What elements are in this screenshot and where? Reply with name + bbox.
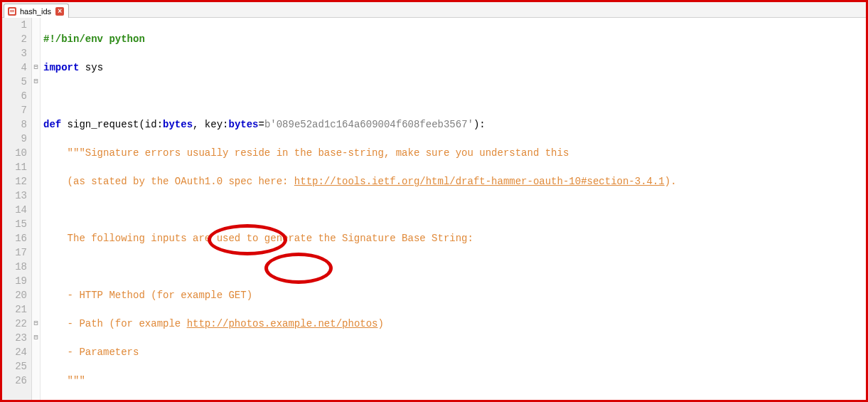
- line-number: 23: [2, 331, 27, 345]
- line-number: 9: [2, 132, 27, 146]
- code-line: [43, 89, 866, 103]
- tab-bar: hash_ids ×: [2, 2, 866, 18]
- code-line: - HTTP Method (for example GET): [43, 288, 866, 302]
- line-number-gutter: 1 2 3 4 5 6 7 8 9 10 11 12 13 14 15 16 1…: [2, 18, 32, 400]
- line-number: 20: [2, 288, 27, 302]
- code-line: - Parameters: [43, 345, 866, 359]
- code-line: - Path (for example http://photos.exampl…: [43, 317, 866, 331]
- line-number: 19: [2, 274, 27, 288]
- code-line: #!/bin/env python: [43, 32, 866, 46]
- line-number: 15: [2, 217, 27, 231]
- line-number: 18: [2, 260, 27, 274]
- code-line: """Signature errors usually reside in th…: [43, 146, 866, 160]
- code-line: [43, 203, 866, 217]
- line-number: 25: [2, 359, 27, 374]
- svg-rect-2: [10, 10, 14, 11]
- fold-toggle[interactable]: ⊟: [32, 75, 40, 89]
- line-number: 24: [2, 345, 27, 359]
- line-number: 16: [2, 231, 27, 245]
- line-number: 11: [2, 160, 27, 174]
- line-number: 6: [2, 89, 27, 103]
- code-line: def sign_request(id:bytes, key:bytes=b'0…: [43, 117, 866, 132]
- file-tab-hash-ids[interactable]: hash_ids ×: [4, 4, 69, 18]
- line-number: 17: [2, 245, 27, 260]
- line-number: 7: [2, 103, 27, 117]
- file-icon: [7, 6, 17, 16]
- line-number: 10: [2, 146, 27, 160]
- line-number: 1: [2, 18, 27, 32]
- code-line: (as stated by the OAuth1.0 spec here: ht…: [43, 174, 866, 189]
- code-line: """: [43, 374, 866, 388]
- code-editor[interactable]: 1 2 3 4 5 6 7 8 9 10 11 12 13 14 15 16 1…: [2, 18, 866, 400]
- line-number: 13: [2, 189, 27, 203]
- code-line: The following inputs are used to generat…: [43, 231, 866, 245]
- code-line: import sys: [43, 60, 866, 75]
- fold-toggle[interactable]: ⊟: [32, 331, 40, 345]
- code-content[interactable]: #!/bin/env python import sys def sign_re…: [41, 18, 866, 400]
- line-number: 3: [2, 46, 27, 60]
- line-number: 21: [2, 302, 27, 317]
- editor-window: hash_ids × 1 2 3 4 5 6 7 8 9 10 11 12 13…: [0, 0, 868, 402]
- svg-rect-3: [10, 11, 14, 12]
- code-line: [43, 260, 866, 274]
- line-number: 14: [2, 203, 27, 217]
- fold-toggle[interactable]: ⊟: [32, 60, 40, 75]
- line-number: 26: [2, 374, 27, 388]
- line-number: 8: [2, 117, 27, 132]
- line-number: 12: [2, 174, 27, 189]
- line-number: 22: [2, 317, 27, 331]
- line-number: 2: [2, 32, 27, 46]
- line-number: 5: [2, 75, 27, 89]
- tab-label: hash_ids: [20, 7, 51, 16]
- close-icon[interactable]: ×: [55, 7, 64, 16]
- fold-toggle[interactable]: ⊟: [32, 317, 40, 331]
- fold-gutter: ⊟ ⊟ ⊟ ⊟: [32, 18, 41, 400]
- line-number: 4: [2, 60, 27, 75]
